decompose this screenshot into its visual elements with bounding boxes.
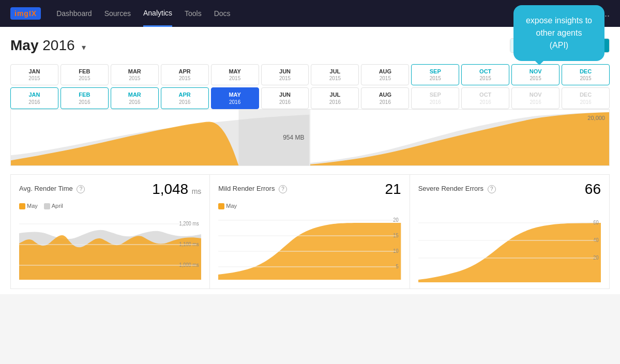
nav-links: Dashboard Sources Analytics Tools Docs	[56, 1, 230, 27]
help-icon-avg[interactable]: ?	[77, 185, 85, 193]
month-jan-2016[interactable]: JAN2016	[10, 87, 58, 109]
page-content: May 2016 ▾ DAILY ↗ CUMULATIVE JAN2015FEB…	[0, 27, 620, 294]
api-bubble: expose insights toother agents(API)	[513, 5, 604, 61]
svg-text:15: 15	[394, 232, 399, 238]
nav-tools[interactable]: Tools	[185, 1, 202, 26]
logo[interactable]: imgIX	[10, 7, 41, 20]
month-feb-2015[interactable]: FEB2015	[61, 64, 109, 85]
stat-header-avg: Avg. Render Time ? 1,048 ms	[19, 181, 201, 198]
month-jul-2016[interactable]: JUL2016	[311, 87, 359, 109]
stat-title-avg: Avg. Render Time ?	[19, 185, 85, 193]
month-feb-2016[interactable]: FEB2016	[61, 87, 109, 109]
svg-text:5: 5	[396, 263, 399, 269]
logo-accent: IX	[29, 9, 37, 18]
stat-header-mild: Mild Render Errors ? 21	[218, 181, 401, 198]
legend-april: April	[44, 203, 63, 209]
month-dropdown-arrow[interactable]: ▾	[82, 43, 86, 52]
legend-mild-may: May	[218, 203, 237, 209]
month-aug-2016[interactable]: AUG2016	[361, 87, 409, 109]
month-jul-2015[interactable]: JUL2015	[311, 64, 359, 85]
stat-severe-errors: Severe Render Errors ? 66 60 40 20	[410, 174, 610, 289]
svg-text:1,100 ms: 1,100 ms	[179, 241, 199, 247]
chart-avg-svg: 1,200 ms 1,100 ms 1,000 ms	[19, 213, 201, 280]
help-icon-severe[interactable]: ?	[488, 185, 496, 193]
month-mar-2015[interactable]: MAR2015	[111, 64, 159, 85]
month-jun-2015[interactable]: JUN2015	[261, 64, 309, 85]
svg-text:1,200 ms: 1,200 ms	[179, 220, 199, 226]
svg-text:60: 60	[593, 219, 598, 225]
month-may-2016[interactable]: MAY2016	[211, 87, 259, 109]
help-icon-mild[interactable]: ?	[279, 185, 287, 193]
month-apr-2015[interactable]: APR2015	[161, 64, 209, 85]
page-title-container: May 2016 ▾	[10, 37, 86, 54]
top-chart-left-svg	[11, 110, 310, 165]
month-dec-2015[interactable]: DEC2015	[562, 64, 610, 85]
month-grid-row2: JAN2016FEB2016MAR2016APR2016MAY2016JUN20…	[10, 87, 610, 109]
month-jun-2016[interactable]: JUN2016	[261, 87, 309, 109]
legend-severe	[418, 203, 601, 212]
top-charts: 954 MB 20,000	[10, 109, 610, 166]
chart-mild-svg: 20 15 10 5	[218, 213, 401, 280]
logo-text: img	[14, 9, 29, 18]
stat-avg-render-time: Avg. Render Time ? 1,048 ms May April	[10, 174, 210, 289]
chart-severe-errors: 60 40 20	[418, 215, 601, 282]
top-chart-right-label: 20,000	[587, 115, 605, 121]
nav-sources[interactable]: Sources	[104, 1, 131, 26]
chart-mild-errors: 20 15 10 5	[218, 213, 401, 280]
stats-row: Avg. Render Time ? 1,048 ms May April	[10, 174, 610, 289]
stat-title-mild: Mild Render Errors ?	[218, 185, 287, 193]
chart-avg-render-time: 1,200 ms 1,100 ms 1,000 ms	[19, 213, 201, 280]
month-mar-2016[interactable]: MAR2016	[111, 87, 159, 109]
month-oct-2016[interactable]: OCT2016	[461, 87, 509, 109]
nav-dashboard[interactable]: Dashboard	[56, 1, 92, 26]
month-may-2015[interactable]: MAY2015	[211, 64, 259, 85]
month-jan-2015[interactable]: JAN2015	[10, 64, 58, 85]
month-sep-2016[interactable]: SEP2016	[411, 87, 459, 109]
top-chart-right: 20,000	[310, 110, 610, 165]
stat-value-avg: 1,048 ms	[152, 181, 201, 198]
stat-value-severe: 66	[585, 181, 601, 198]
svg-text:1,000 ms: 1,000 ms	[179, 262, 199, 267]
top-chart-left: 954 MB	[11, 110, 310, 165]
month-oct-2015[interactable]: OCT2015	[461, 64, 509, 85]
legend-avg: May April	[19, 203, 201, 209]
top-chart-left-label: 954 MB	[283, 134, 304, 141]
top-chart-right-svg	[310, 110, 610, 165]
chart-severe-svg: 60 40 20	[418, 215, 601, 282]
svg-text:10: 10	[394, 248, 399, 253]
month-nov-2016[interactable]: NOV2016	[511, 87, 559, 109]
stat-value-mild: 21	[385, 181, 401, 198]
stat-title-severe: Severe Render Errors ?	[418, 185, 496, 193]
month-dec-2016[interactable]: DEC2016	[562, 87, 610, 109]
stat-header-severe: Severe Render Errors ? 66	[418, 181, 601, 198]
month-sep-2015[interactable]: SEP2015	[411, 64, 459, 85]
svg-text:20: 20	[394, 217, 399, 222]
nav-docs[interactable]: Docs	[214, 1, 231, 26]
month-grid-row1: JAN2015FEB2015MAR2015APR2015MAY2015JUN20…	[10, 64, 610, 85]
page-title: May 2016 ▾	[10, 37, 86, 53]
nav-analytics[interactable]: Analytics	[143, 1, 172, 27]
stat-mild-errors: Mild Render Errors ? 21 May 20 15 10 5	[210, 174, 410, 289]
svg-text:40: 40	[593, 237, 598, 242]
legend-may: May	[19, 203, 38, 209]
svg-text:20: 20	[593, 254, 598, 260]
month-aug-2015[interactable]: AUG2015	[361, 64, 409, 85]
legend-mild: May	[218, 203, 401, 209]
month-apr-2016[interactable]: APR2016	[161, 87, 209, 109]
navbar: imgIX Dashboard Sources Analytics Tools …	[0, 0, 620, 27]
